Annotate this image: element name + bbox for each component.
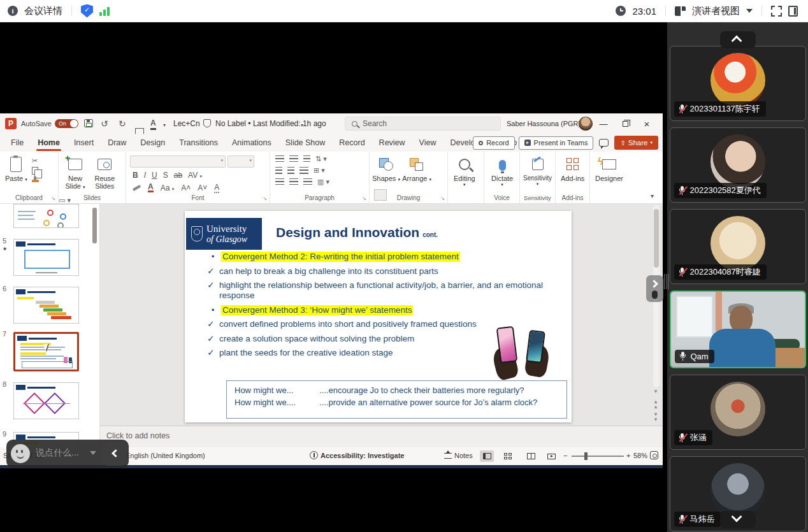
font-size-select[interactable] bbox=[227, 155, 254, 168]
present-in-teams-button[interactable]: Present in Teams bbox=[519, 136, 594, 150]
bullets-icon[interactable] bbox=[275, 155, 284, 163]
shrink-font-button[interactable]: A˅ bbox=[198, 183, 207, 192]
record-button[interactable]: Record bbox=[473, 136, 514, 150]
undo-icon[interactable]: ↺ bbox=[101, 119, 108, 129]
chevron-down-icon[interactable] bbox=[746, 9, 753, 13]
dictate-button[interactable]: Dictate ▾ bbox=[491, 152, 513, 187]
expand-panel-button[interactable] bbox=[646, 275, 663, 302]
arrange-button[interactable]: Arrange ▾ bbox=[402, 152, 431, 182]
bold-button[interactable]: B bbox=[133, 171, 138, 180]
canvas-scrollbar-thumb[interactable] bbox=[654, 209, 659, 268]
close-button[interactable]: × bbox=[636, 113, 658, 134]
sensitivity-label-status[interactable]: No Label • Last Modified: 1h ago bbox=[215, 119, 326, 128]
fit-to-window-icon[interactable] bbox=[650, 451, 658, 459]
participant-tile[interactable]: 2022302582夏伊代 bbox=[670, 127, 806, 203]
comments-icon[interactable] bbox=[599, 139, 609, 147]
format-painter-icon[interactable]: A bbox=[150, 118, 156, 130]
slide-thumbnail[interactable] bbox=[13, 382, 79, 419]
sensitivity-shield-icon[interactable] bbox=[203, 119, 211, 127]
convert-smartart-icon[interactable]: ▥ ▾ bbox=[317, 178, 329, 186]
emoji-icon[interactable] bbox=[11, 444, 30, 463]
notes-toggle-button[interactable]: Notes bbox=[444, 452, 473, 459]
meeting-details-label[interactable]: 会议详情 bbox=[24, 5, 62, 17]
italic-button[interactable]: I bbox=[144, 171, 146, 180]
next-slide-button[interactable]: ▾▾ bbox=[652, 412, 660, 422]
new-slide-button[interactable]: New Slide ▾ bbox=[61, 152, 89, 191]
tab-slide-show[interactable]: Slide Show bbox=[278, 134, 333, 152]
dialog-launcher-icon[interactable]: ↘ bbox=[51, 196, 55, 201]
text-highlight-icon[interactable] bbox=[133, 185, 141, 191]
font-color-button[interactable]: A bbox=[148, 183, 154, 192]
text-direction-icon[interactable]: ⇅ ▾ bbox=[315, 155, 327, 163]
collapse-ribbon-icon[interactable]: ▾ bbox=[651, 192, 654, 199]
tab-view[interactable]: View bbox=[412, 134, 444, 152]
underline-button[interactable]: U bbox=[152, 171, 157, 180]
minimize-button[interactable]: — bbox=[593, 113, 614, 134]
slide-thumbnail[interactable] bbox=[13, 204, 79, 228]
dialog-launcher-icon[interactable]: ↘ bbox=[263, 196, 267, 201]
sensitivity-button[interactable]: Sensitivity ▾ bbox=[523, 152, 552, 187]
tab-review[interactable]: Review bbox=[372, 134, 412, 152]
accessibility-status[interactable]: Accessibility: Investigate bbox=[321, 452, 404, 459]
numbering-icon[interactable] bbox=[289, 155, 298, 163]
align-text-icon[interactable]: ⊞ ▾ bbox=[314, 166, 325, 175]
change-case-button[interactable]: Aa ▾ bbox=[161, 183, 175, 192]
character-spacing-button[interactable]: AV ▾ bbox=[188, 171, 202, 180]
zoom-slider-thumb[interactable] bbox=[584, 452, 588, 460]
strikethrough-button[interactable]: ab bbox=[174, 171, 182, 180]
scroll-participants-down-button[interactable] bbox=[720, 511, 756, 528]
slide-thumbnail[interactable] bbox=[13, 287, 79, 324]
line-spacing-icon[interactable] bbox=[303, 155, 310, 163]
tab-design[interactable]: Design bbox=[133, 134, 172, 152]
scroll-participants-up-button[interactable] bbox=[720, 31, 756, 48]
copy-icon[interactable] bbox=[32, 167, 38, 175]
zoom-in-button[interactable]: + bbox=[626, 452, 630, 459]
search-input[interactable]: Search bbox=[345, 117, 501, 131]
restore-button[interactable] bbox=[614, 113, 636, 134]
shadow-button[interactable]: S bbox=[163, 171, 168, 180]
tab-animations[interactable]: Animations bbox=[225, 134, 278, 152]
slide-thumbnail[interactable] bbox=[13, 332, 79, 371]
align-center-icon[interactable] bbox=[289, 178, 298, 186]
language-status[interactable]: English (United Kingdom) bbox=[126, 452, 205, 459]
cut-icon[interactable]: ✂ bbox=[32, 157, 39, 165]
decrease-indent-icon[interactable] bbox=[275, 167, 282, 175]
tab-draw[interactable]: Draw bbox=[101, 134, 133, 152]
paste-button[interactable]: Paste ▾ bbox=[5, 152, 27, 182]
zoom-percent[interactable]: 58% bbox=[633, 452, 647, 459]
dialog-launcher-icon[interactable]: ↘ bbox=[362, 196, 366, 201]
participant-tile[interactable]: 张涵 bbox=[670, 375, 806, 450]
increase-indent-icon[interactable] bbox=[287, 167, 294, 175]
slide-thumbnail[interactable] bbox=[13, 239, 79, 276]
dialog-launcher-icon[interactable]: ↘ bbox=[440, 196, 445, 201]
account-avatar[interactable] bbox=[579, 117, 593, 131]
customize-toolbar-icon[interactable]: ▾ bbox=[163, 120, 166, 131]
participant-tile[interactable]: 2022304087时睿婕 bbox=[670, 209, 806, 284]
tab-home[interactable]: Home bbox=[31, 134, 67, 152]
chat-input-placeholder[interactable]: 说点什么... bbox=[36, 447, 79, 459]
font-name-select[interactable] bbox=[130, 155, 226, 168]
autosave-toggle[interactable]: On bbox=[55, 119, 78, 128]
chevron-down-icon[interactable] bbox=[90, 451, 96, 455]
redo-icon[interactable]: ↻ bbox=[119, 119, 126, 129]
info-icon[interactable]: i bbox=[8, 6, 18, 16]
current-slide[interactable]: University of Glasgow Design and Innovat… bbox=[185, 211, 572, 422]
designer-button[interactable]: Designer bbox=[595, 152, 623, 182]
chevron-down-icon[interactable]: ▾ bbox=[301, 120, 303, 131]
participant-tile[interactable]: Qam bbox=[670, 291, 806, 368]
align-left-icon[interactable] bbox=[275, 178, 284, 186]
addins-button[interactable]: Add-ins bbox=[561, 152, 584, 182]
slideshow-view-button[interactable] bbox=[544, 450, 558, 462]
save-icon[interactable] bbox=[84, 119, 93, 127]
zoom-out-button[interactable]: − bbox=[563, 452, 567, 459]
reading-view-button[interactable] bbox=[524, 450, 538, 462]
fullscreen-icon[interactable] bbox=[771, 6, 782, 17]
scroll-down-icon[interactable]: ▾ bbox=[652, 389, 660, 394]
grow-font-button[interactable]: A˄ bbox=[181, 183, 191, 192]
tab-file[interactable]: File bbox=[4, 134, 31, 152]
slide-sorter-view-button[interactable] bbox=[501, 450, 515, 462]
chat-input-overlay[interactable]: 说点什么... bbox=[6, 440, 129, 468]
align-right-icon[interactable] bbox=[303, 178, 312, 186]
zoom-slider[interactable] bbox=[572, 456, 624, 457]
security-shield-icon[interactable] bbox=[81, 4, 93, 18]
